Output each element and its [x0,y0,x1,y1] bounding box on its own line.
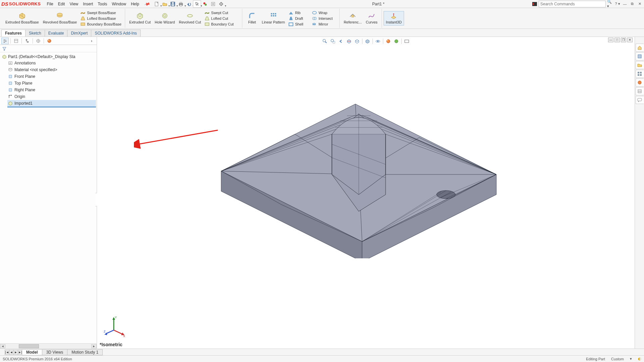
options-button[interactable] [217,1,225,7]
lofted-boss-button[interactable]: Lofted Boss/Base [79,16,123,21]
menu-edit[interactable]: Edit [56,1,67,7]
hide-show-button[interactable] [374,38,382,45]
extruded-boss-button[interactable]: Extruded Boss/Base [3,11,41,25]
bottom-tab-model[interactable]: Model [22,349,42,355]
search-commands[interactable] [539,1,606,7]
draft-button[interactable]: Draft [287,16,310,21]
lofted-cut-button[interactable]: Lofted Cut [203,16,240,21]
status-alert-icon[interactable]: ◐ [638,357,641,361]
bottom-tab-motion[interactable]: Motion Study 1 [67,349,103,355]
instant3d-button[interactable]: Instant3D [384,11,404,25]
vp-restore[interactable]: ❐ [621,38,626,42]
menu-insert[interactable]: Insert [81,1,95,7]
display-manager-tab[interactable] [46,38,53,44]
vp-max[interactable]: □ [614,38,620,42]
config-manager-tab[interactable] [23,38,31,44]
tree-material[interactable]: Material <not specified> [7,66,96,73]
property-manager-tab[interactable] [12,38,20,44]
revolved-cut-button[interactable]: Revolved Cut [177,11,203,25]
linear-pattern-button[interactable]: Linear Pattern [260,11,287,25]
open-doc-button[interactable] [161,1,168,7]
tree-top-plane[interactable]: Top Plane [7,80,96,87]
search-input[interactable] [540,2,604,6]
tree-hscroll[interactable]: ◄► [0,343,97,349]
save-button[interactable] [169,1,177,7]
tab-features[interactable]: Features [1,30,26,37]
taskpane-design-library[interactable] [636,52,644,60]
edit-appearance-button[interactable] [385,38,392,45]
restore-button[interactable]: ⧉ [629,1,635,7]
tab-evaluate[interactable]: Evaluate [45,30,68,37]
bottom-tab-nav[interactable]: |◄◄►►| [5,350,22,355]
vp-close[interactable]: ✕ [627,38,633,42]
taskpane-home[interactable] [636,44,644,52]
select-button[interactable] [193,1,201,7]
tree-origin[interactable]: Origin [7,93,96,100]
orientation-triad[interactable]: Y X Z [104,315,127,339]
print-button[interactable] [177,1,185,7]
swept-cut-button[interactable]: Swept Cut [203,10,240,15]
mirror-button[interactable]: Mirror [310,21,337,27]
taskpane-appearances[interactable] [636,79,644,87]
display-style-button[interactable] [364,38,371,45]
taskpane-view-palette[interactable] [636,70,644,78]
rib-button[interactable]: Rib [287,10,310,15]
expand-arrow[interactable]: › [88,38,95,44]
help-button[interactable]: ? ▾ [614,1,621,7]
minimize-button[interactable]: — [622,1,628,7]
new-doc-button[interactable] [153,1,160,7]
tree-root-part[interactable]: Part1 (Default<<Default>_Display Sta [2,54,96,60]
taskpane-file-explorer[interactable] [636,61,644,69]
tab-dimxpert[interactable]: DimXpert [67,30,91,37]
tree-front-plane[interactable]: Front Plane [7,73,96,80]
status-units[interactable]: Custom [611,357,624,361]
tree-right-plane[interactable]: Right Plane [7,87,96,93]
file-properties-button[interactable] [209,1,217,7]
shell-button[interactable]: Shell [287,21,310,27]
wrap-button[interactable]: Wrap [310,10,337,15]
reference-geometry-button[interactable]: Referenc... [342,11,364,25]
section-view-button[interactable] [345,38,353,45]
menu-view[interactable]: View [67,1,80,7]
menu-help[interactable]: Help [129,1,141,7]
close-button[interactable]: ✕ [637,1,643,7]
menu-window[interactable]: Window [110,1,128,7]
status-flag-icon[interactable]: ▾ [630,357,632,361]
swept-boss-button[interactable]: Swept Boss/Base [79,10,123,15]
rebuild-button[interactable] [201,1,209,7]
intersect-button[interactable]: Intersect [310,16,337,21]
taskpane-custom-props[interactable] [636,87,644,95]
taskpane-forum[interactable] [636,96,644,104]
menu-file[interactable]: File [45,1,55,7]
tab-sketch[interactable]: Sketch [25,30,45,37]
extruded-cut-button[interactable]: Extruded Cut [127,11,153,25]
graphics-viewport[interactable]: — □ ❐ ✕ [97,37,635,349]
fillet-button[interactable]: Fillet [244,11,260,25]
zoom-area-button[interactable] [329,38,337,45]
svg-text:Z: Z [104,330,106,333]
boundary-boss-button[interactable]: Boundary Boss/Base [79,21,123,27]
menu-tools[interactable]: Tools [96,1,109,7]
previous-view-button[interactable] [337,38,345,45]
tree-imported1[interactable]: Imported1 [7,100,96,107]
view-orientation-button[interactable] [353,38,361,45]
dimxpert-manager-tab[interactable] [35,38,42,44]
svg-rect-6 [180,5,182,6]
vp-min[interactable]: — [608,38,613,42]
undo-button[interactable] [185,1,193,7]
boundary-cut-button[interactable]: Boundary Cut [203,21,240,27]
apply-scene-button[interactable] [393,38,400,45]
tree-filter-row[interactable] [0,45,97,52]
svg-point-22 [57,13,62,16]
revolved-boss-button[interactable]: Revolved Boss/Base [41,11,79,25]
pin-icon[interactable]: 📌 [144,1,150,7]
search-magnifier-icon[interactable]: 🔍▾ [607,1,613,7]
tree-annotations[interactable]: AAnnotations [7,60,96,66]
curves-button[interactable]: Curves [364,11,380,25]
view-settings-button[interactable] [403,38,410,45]
tab-addins[interactable]: SOLIDWORKS Add-Ins [91,30,140,37]
bottom-tab-3dviews[interactable]: 3D Views [42,349,67,355]
hole-wizard-button[interactable]: Hole Wizard [153,11,177,25]
zoom-fit-button[interactable] [321,38,329,45]
feature-tree-tab[interactable] [1,38,9,44]
